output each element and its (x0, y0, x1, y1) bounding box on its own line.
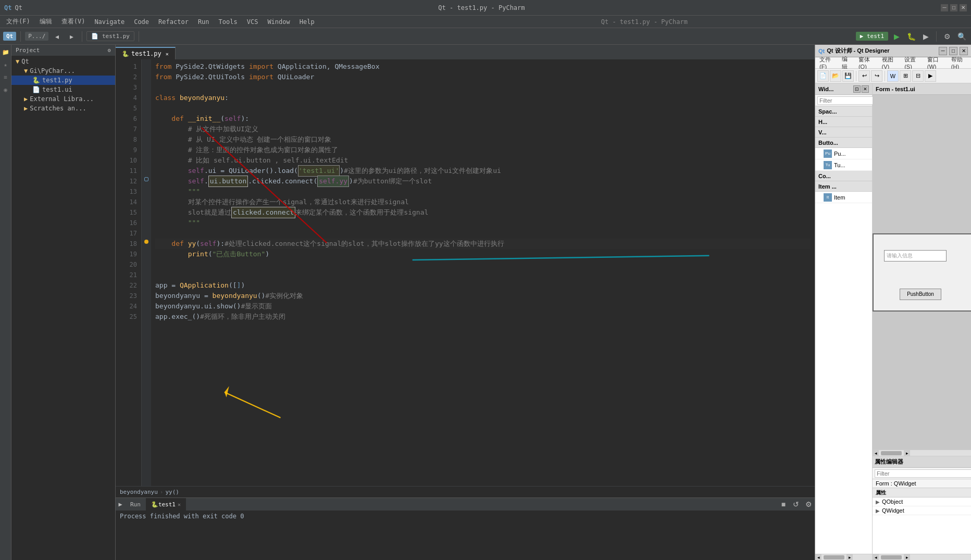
tree-item-scratches[interactable]: ▶ Scratches an... (11, 104, 115, 113)
run-tab-label: Run (130, 501, 141, 508)
qt-form-area[interactable]: 请输入信息 PushButton (873, 95, 971, 450)
gutter-12-mark (144, 177, 148, 181)
tab-selector[interactable]: P.../ (25, 32, 48, 41)
qt-widget-scrollbar[interactable]: ◂ ▸ (815, 554, 872, 560)
run-with-cover[interactable]: ▶ (919, 30, 932, 43)
qt-prop-scrollbar-h[interactable]: ◂ ▸ (873, 554, 971, 560)
gutter-21 (142, 268, 151, 278)
qt-prop-filter-input[interactable] (875, 469, 971, 478)
bookmark-icon[interactable]: ★ (1, 59, 11, 70)
qt-form-scroll-thumb[interactable] (881, 451, 902, 455)
qt-tool-undo[interactable]: ↩ (858, 70, 870, 82)
debug-button[interactable]: 🐛 (905, 30, 917, 43)
structure-icon[interactable]: ≡ (1, 72, 11, 82)
tree-item-test1py[interactable]: 🐍 test1.py (11, 76, 115, 85)
tree-item-qt[interactable]: ▼ Qt (11, 57, 115, 66)
qt-tool-save[interactable]: 💾 (842, 70, 854, 82)
qt-prop-scroll-right[interactable]: ▸ (904, 554, 910, 561)
qt-prop-scroll-left[interactable]: ◂ (873, 554, 879, 561)
qt-tool-widget[interactable]: W (887, 70, 899, 82)
qt-minimize[interactable]: ─ (939, 47, 947, 55)
qt-tool-open[interactable]: 📂 (830, 70, 841, 82)
run-settings[interactable]: ⚙ (802, 498, 815, 511)
menu-code[interactable]: Code (130, 17, 153, 27)
qt-category-co: Co... (815, 171, 872, 181)
breadcrumb-class[interactable]: beyondyanyu (120, 489, 158, 495)
qt-widget-item-item[interactable]: It Item (815, 192, 872, 203)
tree-item-ext-libs[interactable]: ▶ External Libra... (11, 94, 115, 104)
tree-item-pycharm[interactable]: ▼ Gi\PyChar... (11, 66, 115, 76)
code-line-11: self.ui = QUiLoader().load('test1.ui')#这… (155, 166, 811, 176)
qt-prop-qobject[interactable]: ▶ QObject (873, 497, 971, 506)
project-header-icons[interactable]: ⚙ (108, 47, 111, 53)
qt-scroll-left[interactable]: ◂ (815, 554, 821, 561)
run-stop-button[interactable]: ■ (777, 498, 790, 511)
title-bar-controls[interactable]: ─ □ ✕ (941, 4, 967, 11)
menu-edit[interactable]: 编辑 (35, 16, 56, 27)
run-icon: ▶ (116, 498, 125, 511)
qt-prop-qobject-label: QObject (882, 499, 903, 505)
menu-run[interactable]: Run (194, 17, 214, 27)
run-config[interactable]: ▶ test1 (856, 32, 888, 41)
qt-widget-pu[interactable]: Pu Pu... (815, 148, 872, 159)
qt-widget-panel-close[interactable]: ✕ (862, 85, 869, 93)
menu-view[interactable]: 查看(V) (57, 16, 90, 27)
run-button[interactable]: ▶ (890, 30, 903, 43)
find-icon[interactable]: ◉ (1, 84, 11, 95)
qt-prop-scroll-thumb[interactable] (881, 555, 902, 559)
toolbar-forward[interactable]: ▸ (65, 30, 78, 43)
qt-close[interactable]: ✕ (960, 47, 968, 55)
run-rerun-button[interactable]: ↺ (790, 498, 802, 511)
code-lines[interactable]: from PySide2.QtWidgets import QApplicati… (151, 59, 815, 486)
toolbar-back[interactable]: ◂ (51, 30, 63, 43)
breadcrumb-func[interactable]: yy() (165, 489, 179, 495)
qt-widget-tu[interactable]: Tu Tu... (815, 159, 872, 171)
qt-prop-attributes-label: 属性 (876, 489, 886, 496)
test1-icon: 🐍 (151, 501, 158, 508)
qt-scroll-right[interactable]: ▸ (846, 554, 853, 561)
editor-tabs: 🐍 test1.py ✕ (116, 45, 815, 59)
menu-refactor[interactable]: Refactor (154, 17, 193, 27)
qt-button-label: PushButton (907, 291, 934, 297)
toolbar-settings[interactable]: ⚙ (941, 30, 953, 43)
tab-close-icon[interactable]: ✕ (166, 51, 169, 57)
run-tab-close[interactable]: ✕ (178, 502, 181, 507)
qt-widget-panel-float[interactable]: ⊡ (853, 85, 861, 93)
run-tab-run[interactable]: Run (125, 498, 146, 511)
run-tab-test1[interactable]: 🐍 test1 ✕ (146, 498, 186, 511)
tree-item-test1ui[interactable]: 📄 test1.ui (11, 85, 115, 94)
maximize-button[interactable]: □ (950, 4, 957, 11)
qt-tool-layout[interactable]: ⊞ (900, 70, 911, 82)
close-button[interactable]: ✕ (960, 4, 967, 11)
gutter-8 (142, 132, 151, 143)
qt-input-widget[interactable]: 请输入信息 (884, 250, 947, 262)
qt-form-scroll-left[interactable]: ◂ (873, 450, 879, 456)
menu-help[interactable]: Help (295, 17, 319, 27)
menu-navigate[interactable]: Navigate (90, 17, 129, 27)
menu-tools[interactable]: Tools (215, 17, 242, 27)
ln-17: 17 (116, 228, 137, 239)
qt-tool-break[interactable]: ⊟ (912, 70, 924, 82)
code-line-20 (155, 259, 811, 270)
menu-vcs[interactable]: VCS (243, 17, 263, 27)
menu-window[interactable]: Window (263, 17, 294, 27)
qt-tool-preview[interactable]: ▶ (925, 70, 936, 82)
gutter-6 (142, 111, 151, 122)
qt-button-widget[interactable]: PushButton (900, 289, 941, 300)
ln-8: 8 (116, 134, 137, 145)
editor-area: 🐍 test1.py ✕ 1 2 3 4 5 6 7 8 9 10 11 12 … (116, 45, 815, 560)
file-tab-toolbar[interactable]: 📄 test1.py (86, 31, 134, 41)
minimize-button[interactable]: ─ (941, 4, 948, 11)
qt-maximize[interactable]: □ (949, 47, 957, 55)
qt-tool-new[interactable]: 📄 (817, 70, 829, 82)
toolbar-search[interactable]: 🔍 (955, 30, 968, 43)
qt-tool-redo[interactable]: ↪ (871, 70, 882, 82)
project-icon[interactable]: 📁 (1, 47, 11, 57)
qt-scroll-thumb[interactable] (824, 555, 844, 559)
qt-prop-qwidget[interactable]: ▶ QWidget (873, 506, 971, 515)
qt-form-scrollbar-h[interactable]: ◂ ▸ (873, 450, 971, 456)
run-panel: ▶ Run 🐍 test1 ✕ ■ ↺ ⚙ Process finished w… (116, 497, 815, 560)
menu-file[interactable]: 文件(F) (2, 16, 34, 27)
qt-form-scroll-right[interactable]: ▸ (904, 450, 910, 456)
tab-test1py[interactable]: 🐍 test1.py ✕ (116, 47, 176, 59)
